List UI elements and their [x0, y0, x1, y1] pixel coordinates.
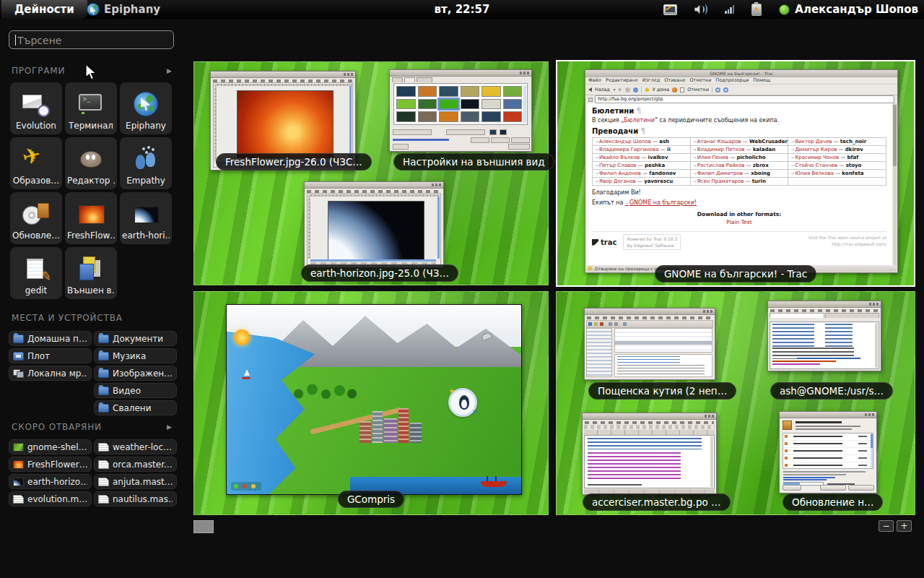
app-tile[interactable]: Терминал [65, 82, 117, 134]
clock[interactable]: вт, 22:57 [435, 0, 490, 19]
back-dropdown-icon[interactable] [613, 89, 616, 91]
programs-expand-arrow-icon[interactable] [167, 67, 172, 74]
app-tile[interactable]: gedit [10, 247, 62, 299]
url-bar[interactable]: http://fsa-bg.org/project/gtp [595, 95, 894, 103]
battery-icon[interactable] [751, 4, 762, 16]
terminal-window[interactable] [767, 301, 881, 371]
back-icon[interactable] [588, 87, 592, 92]
wallpaper-thumbnail[interactable] [503, 99, 523, 110]
wallpaper-thumbnail[interactable] [461, 86, 480, 97]
place-item[interactable]: Изображен… [94, 366, 177, 381]
recent-item[interactable]: earth-horizo… [9, 474, 92, 489]
place-item[interactable]: Видео [94, 383, 177, 398]
stop-icon[interactable] [625, 87, 630, 92]
plain-text-link[interactable]: Plain Text [592, 219, 886, 225]
wallpaper-thumbnail[interactable] [396, 99, 416, 110]
check-button[interactable] [820, 485, 846, 491]
display-settings-icon[interactable] [663, 4, 677, 15]
button[interactable] [471, 137, 489, 143]
home-label[interactable]: У дома [653, 87, 669, 92]
workspace-3[interactable]: ★ ▸ GCompris [193, 291, 549, 515]
network-signal-icon[interactable] [725, 5, 734, 14]
recent-item[interactable]: FreshFlower… [9, 457, 92, 472]
color-swatch[interactable] [500, 129, 507, 135]
gcompris-menu-bar[interactable] [231, 482, 261, 491]
app-tile[interactable]: earth-hori… [120, 192, 172, 244]
history-icon[interactable] [672, 87, 677, 92]
place-item[interactable]: Локална мр… [9, 366, 92, 381]
get-more-link[interactable] [393, 139, 449, 141]
help-button[interactable] [783, 485, 801, 491]
wallpaper-thumbnail[interactable] [439, 99, 458, 110]
recent-item[interactable]: evolution.m… [9, 491, 92, 506]
wallpaper-thumbnail[interactable] [418, 111, 437, 122]
app-tile[interactable]: Epiphany [120, 82, 172, 134]
wallpaper-thumbnail[interactable] [461, 99, 480, 110]
recent-item[interactable]: gnome-shel… [9, 439, 92, 454]
app-tile[interactable]: Външен в… [65, 247, 117, 299]
update-row[interactable] [783, 441, 873, 448]
wallpaper-thumbnail[interactable] [418, 99, 437, 110]
help-button[interactable] [393, 144, 409, 150]
wallpaper-thumbnail[interactable] [396, 86, 416, 97]
wallpaper-thumbnail[interactable] [481, 86, 501, 97]
wallpaper-thumbnail[interactable] [439, 111, 458, 122]
bookmarks-icon[interactable] [680, 87, 684, 92]
app-tile[interactable]: Empathy [120, 137, 172, 189]
gedit-window[interactable] [582, 413, 717, 495]
gcompris-window[interactable]: ★ ▸ [226, 304, 522, 495]
scrollbar[interactable] [523, 85, 526, 123]
bookmarks-label[interactable]: Отметки [687, 87, 709, 92]
activities-button[interactable]: Дейности [1, 0, 87, 19]
wallpaper-thumbnail[interactable] [481, 99, 501, 110]
gcompris-penguin-badge[interactable]: ★ ▸ [448, 388, 477, 417]
scrollbar[interactable] [871, 434, 873, 468]
scrollbar[interactable] [875, 323, 878, 368]
app-menu[interactable]: Epiphany [87, 0, 160, 19]
volume-icon[interactable] [694, 4, 707, 14]
appearance-settings-window[interactable] [389, 69, 532, 152]
button[interactable] [491, 137, 510, 143]
close-button[interactable] [508, 144, 530, 150]
workspace-zoom-out-button[interactable]: − [879, 520, 894, 532]
workspace-1[interactable]: FreshFlower.jpg-26.0 (ЧЗС… [193, 61, 549, 285]
workspace-zoom-in-button[interactable]: + [897, 520, 912, 532]
zoom-out-icon[interactable] [723, 87, 728, 92]
recent-item[interactable]: nautilus.mas… [94, 491, 177, 506]
style-dropdown[interactable] [393, 129, 432, 135]
app-tile[interactable]: Обновле… [10, 192, 62, 244]
workspace-2[interactable]: GNOME на български! - Trac Файл Редактир… [556, 60, 915, 287]
wallpaper-thumbnail[interactable] [439, 86, 458, 97]
update-row[interactable] [783, 462, 873, 470]
software-update-window[interactable] [779, 411, 877, 493]
search-box[interactable] [9, 30, 174, 49]
wallpaper-thumbnail[interactable] [503, 86, 523, 97]
user-menu[interactable]: Александър Шопов [779, 3, 918, 16]
update-row[interactable] [783, 448, 873, 455]
wallpaper-thumbnail[interactable] [396, 111, 416, 122]
color-swatch[interactable] [489, 129, 497, 135]
install-button[interactable] [848, 485, 874, 491]
epiphany-trac-window[interactable]: GNOME на български! - Trac Файл Редактир… [585, 69, 898, 273]
scrollbar[interactable] [710, 436, 713, 487]
forward-icon[interactable] [619, 87, 622, 92]
zoom-in-icon[interactable] [715, 87, 720, 92]
app-tile[interactable]: FreshFlow… [65, 192, 117, 244]
place-item[interactable]: Музика [94, 348, 177, 363]
app-tile[interactable]: Образов… [10, 137, 62, 189]
browser-menubar[interactable]: Файл Редактиране Изглед Отиване Отметки … [585, 77, 897, 84]
scrollbar[interactable] [893, 103, 897, 265]
update-row[interactable] [783, 434, 873, 441]
place-item[interactable]: Домашна п… [9, 331, 92, 346]
workspace-4[interactable]: Пощенска кутия (2 неп… ash@GNOME:/usr/s…… [556, 291, 915, 515]
home-icon[interactable] [645, 87, 650, 92]
reload-icon[interactable] [633, 87, 638, 92]
wallpaper-thumbnail[interactable] [461, 111, 480, 122]
update-row[interactable] [783, 455, 873, 462]
wallpaper-thumbnail[interactable] [418, 86, 437, 97]
recent-item[interactable]: orca.master.… [94, 457, 177, 472]
recent-item[interactable]: anjuta.mast… [94, 474, 177, 489]
wallpaper-thumbnail[interactable] [481, 111, 501, 122]
recent-expand-arrow-icon[interactable] [167, 423, 172, 431]
wallpaper-thumbnail[interactable] [503, 111, 523, 122]
